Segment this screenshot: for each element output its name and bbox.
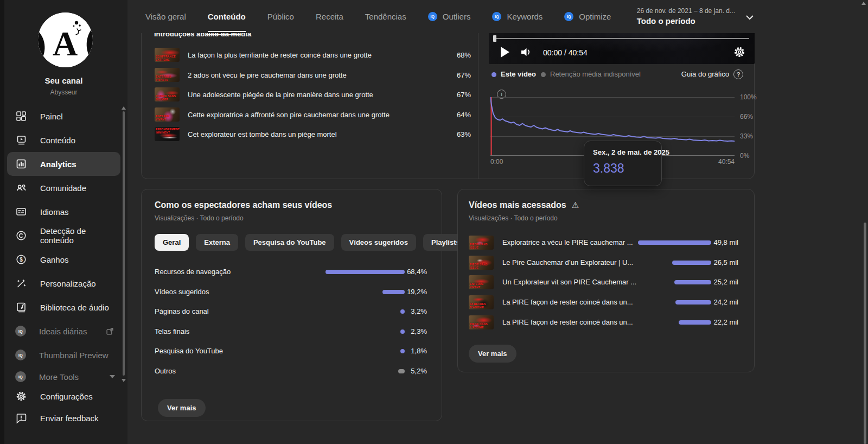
sidebar-item-label: Ideais diárias bbox=[39, 327, 87, 336]
sidebar-item-personalizacao[interactable]: Personalização bbox=[7, 271, 120, 295]
sidebar-item-deteccao-de-conteudo[interactable]: Detecção de conteúdo bbox=[7, 224, 120, 248]
top-video-row[interactable]: ENTERRE VIVANT Un Explorateur vit son PI… bbox=[469, 274, 738, 290]
video-title: La PIRE façon de rester coincé dans un..… bbox=[502, 318, 633, 326]
video-intro-percentage: 67% bbox=[457, 91, 471, 99]
period-label: Todo o período bbox=[637, 16, 735, 26]
video-row[interactable]: SOUFFRANCE EXTREME La façon la plus terr… bbox=[155, 47, 471, 63]
page-scrollbar[interactable] bbox=[864, 223, 866, 444]
tab-optimize[interactable]: IQ Optimize bbox=[564, 0, 611, 33]
sidebar-item-ideais-diarias[interactable]: IQ Ideais diárias bbox=[7, 319, 120, 343]
analytics-icon bbox=[15, 158, 27, 170]
views-value: 22,2 mil bbox=[700, 318, 738, 326]
sidebar-item-label: Biblioteca de áudio bbox=[40, 303, 109, 312]
video-thumbnail: ENTERRE VIVANT bbox=[155, 107, 180, 122]
legend-avg-retention: Retenção média indisponível bbox=[550, 70, 641, 78]
traffic-row: Telas finais 2,3% bbox=[155, 326, 427, 337]
question-icon[interactable]: ? bbox=[733, 69, 743, 79]
volume-icon[interactable] bbox=[519, 46, 533, 59]
top-video-row[interactable]: PIEGE SANS ISSUE Le Pire Cauchemar d’un … bbox=[469, 255, 738, 271]
sidebar-scroll-up-icon[interactable] bbox=[122, 106, 126, 110]
sidebar-item-more-tools[interactable]: IQ More Tools bbox=[7, 367, 120, 386]
player-settings-gear-icon[interactable] bbox=[733, 46, 746, 59]
customize-wand-icon bbox=[15, 277, 27, 289]
views-value: 25,2 mil bbox=[700, 278, 738, 286]
gear-icon bbox=[15, 390, 27, 402]
video-title: 2 ados ont vécu le pire cauchemar dans u… bbox=[188, 71, 347, 79]
chip-pesquisa-youtube[interactable]: Pesquisa do YouTube bbox=[245, 234, 334, 251]
sidebar-item-painel[interactable]: Painel bbox=[7, 104, 120, 128]
tab-keywords[interactable]: IQ Keywords bbox=[492, 0, 542, 33]
legend-avg-retention-dot-icon bbox=[541, 72, 546, 77]
iq-badge-blue-icon: IQ bbox=[428, 12, 437, 21]
tab-receita[interactable]: Receita bbox=[316, 0, 343, 33]
tab-outliers[interactable]: IQ Outliers bbox=[428, 0, 471, 33]
traffic-label: Outros bbox=[155, 367, 176, 375]
play-button[interactable] bbox=[501, 47, 509, 58]
svg-text:$: $ bbox=[20, 257, 23, 263]
date-range-picker[interactable]: 26 de nov. de 2021 – 8 de jan. d... Todo… bbox=[637, 7, 735, 26]
sidebar-item-configuracoes[interactable]: Configurações bbox=[7, 386, 120, 406]
video-intro-percentage: 67% bbox=[457, 71, 471, 79]
chevron-down-icon[interactable] bbox=[744, 12, 755, 23]
tab-label: Optimize bbox=[579, 12, 611, 21]
top-video-row[interactable]: PIEGE SANS ISSUE Exploratrice a vécu le … bbox=[469, 234, 738, 251]
traffic-label: Páginas do canal bbox=[155, 307, 209, 315]
top-video-row[interactable]: PIEGE DANS L'AGONIE La PIRE façon de res… bbox=[469, 314, 738, 331]
chip-externa[interactable]: Externa bbox=[196, 234, 238, 251]
traffic-value: 19,2% bbox=[394, 288, 427, 296]
tab-label: Outliers bbox=[443, 12, 471, 21]
top-video-row[interactable]: 18 HEURES D'AGONIE La PIRE façon de rest… bbox=[469, 294, 738, 310]
ver-mais-button[interactable]: Ver mais bbox=[469, 345, 516, 363]
channel-avatar[interactable]: A bbox=[38, 12, 93, 67]
traffic-label: Pesquisa do YouTube bbox=[155, 347, 223, 355]
sidebar-item-biblioteca-de-audio[interactable]: Biblioteca de áudio bbox=[7, 295, 120, 319]
sidebar-item-conteudo[interactable]: Conteúdo bbox=[7, 128, 120, 152]
legend-this-video[interactable]: Este vídeo bbox=[501, 70, 536, 78]
video-thumbnail: SOUFFRANCE EXTREME bbox=[155, 48, 180, 62]
chip-geral[interactable]: Geral bbox=[155, 234, 189, 251]
sidebar-scroll-down-icon[interactable] bbox=[122, 379, 126, 382]
video-row[interactable]: COINCE SANS BOUGER Une adolescente piégé… bbox=[155, 86, 471, 103]
y-tick-100: 100% bbox=[740, 93, 757, 101]
sidebar-item-comunidade[interactable]: Comunidade bbox=[7, 176, 120, 200]
video-row[interactable]: ENTERRE VIVANT Cette exploratrice a affr… bbox=[155, 106, 471, 123]
video-title: Un Explorateur vit son PIRE Cauchemar ..… bbox=[502, 278, 636, 286]
sidebar: A Seu canal Abysseur Painel Conteúdo bbox=[0, 0, 127, 444]
video-title: Exploratrice a vécu le PIRE cauchemar ..… bbox=[502, 238, 633, 246]
warning-icon[interactable]: ⚠ bbox=[572, 200, 579, 210]
ver-mais-button[interactable]: Ver mais bbox=[158, 399, 206, 417]
card-title-text: Vídeos mais acessados bbox=[469, 200, 566, 210]
tab-tendencias[interactable]: Tendências bbox=[365, 0, 406, 33]
traffic-filter-chips: Geral Externa Pesquisa do YouTube Vídeos… bbox=[155, 234, 468, 251]
player-time: 00:00 / 40:54 bbox=[543, 48, 588, 57]
sidebar-item-thumbnail-preview[interactable]: IQ Thumbnail Preview bbox=[7, 343, 120, 367]
video-intro-percentage: 64% bbox=[457, 111, 471, 119]
player-scrubber[interactable] bbox=[494, 38, 749, 39]
sidebar-item-analytics[interactable]: Analytics bbox=[7, 152, 120, 176]
card-subtitle: Visualizações · Todo o período bbox=[469, 214, 558, 222]
youtube-studio-analytics: { "icons": { "iq": "IQ", "info": "i", "q… bbox=[0, 0, 868, 444]
player-scrubber-handle[interactable] bbox=[493, 35, 496, 42]
tab-publico[interactable]: Público bbox=[267, 0, 294, 33]
video-title: Cet explorateur est tombé dans un piège … bbox=[188, 130, 337, 138]
sidebar-item-label: Painel bbox=[40, 112, 63, 121]
video-row[interactable]: EFFONDREMENT IMMINENT Cet explorateur es… bbox=[155, 126, 471, 142]
video-row[interactable]: ENTERRES VIVANTS 2 ados ont vécu le pire… bbox=[155, 67, 471, 83]
chart-guide-link[interactable]: Guia do gráfico bbox=[681, 70, 729, 78]
traffic-sources-card: Como os espectadores acham seus vídeos V… bbox=[141, 189, 442, 421]
sidebar-item-enviar-feedback[interactable]: Enviar feedback bbox=[7, 406, 120, 430]
sidebar-item-idiomas[interactable]: Idiomas bbox=[7, 200, 120, 224]
iq-badge-icon: IQ bbox=[15, 371, 26, 382]
views-value: 26,5 mil bbox=[700, 258, 738, 267]
tab-conteudo[interactable]: Conteúdo bbox=[208, 0, 246, 33]
page-scroll-up-icon[interactable] bbox=[861, 2, 866, 5]
content-icon bbox=[15, 134, 27, 146]
tab-visao-geral[interactable]: Visão geral bbox=[145, 0, 186, 33]
card-title: Como os espectadores acham seus vídeos bbox=[155, 200, 332, 210]
card-subtitle: Visualizações · Todo o período bbox=[155, 214, 244, 222]
chip-videos-sugeridos[interactable]: Vídeos sugeridos bbox=[341, 234, 416, 251]
x-tick-start: 0:00 bbox=[490, 158, 503, 166]
sidebar-scrollbar[interactable] bbox=[123, 111, 125, 376]
sidebar-item-label: Enviar feedback bbox=[40, 414, 99, 423]
sidebar-item-ganhos[interactable]: $ Ganhos bbox=[7, 248, 120, 271]
